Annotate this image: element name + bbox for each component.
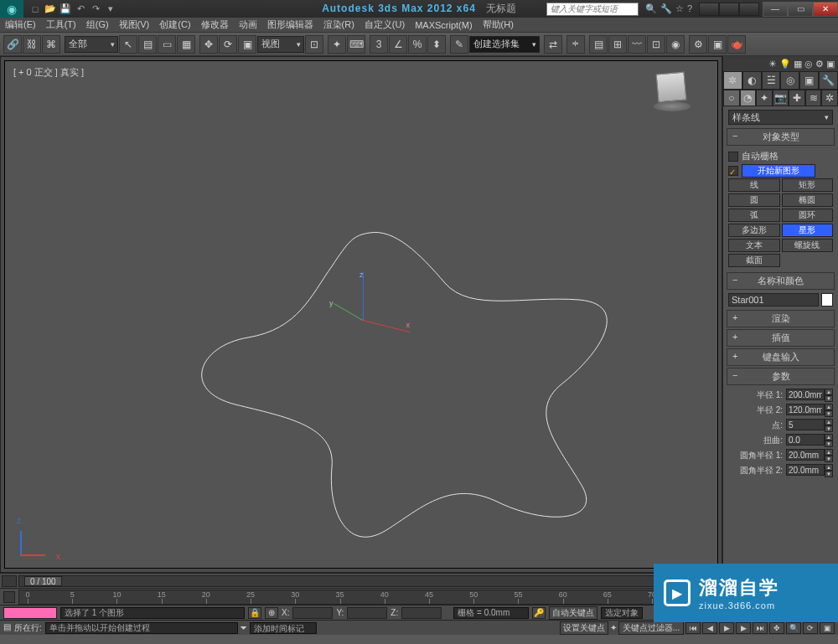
play-end-icon[interactable]: ⏭ — [753, 622, 768, 634]
qat-undo-icon[interactable]: ↶ — [74, 3, 87, 16]
key-selection[interactable]: 选定对象 — [601, 607, 643, 619]
nav-pan-icon[interactable]: ✥ — [769, 622, 784, 634]
angle-snap-icon[interactable]: ∠ — [389, 35, 407, 54]
menu-tools[interactable]: 工具(T) — [41, 18, 81, 31]
points-up[interactable]: ▲ — [825, 419, 833, 425]
nav-zoom-icon[interactable]: 🔍 — [786, 622, 801, 634]
material-editor-icon[interactable]: ◉ — [666, 35, 685, 54]
cat-geometry-icon[interactable]: ○ — [723, 90, 740, 106]
help-search-input[interactable] — [546, 3, 639, 16]
communicate-icon[interactable]: ☆ — [675, 3, 684, 14]
menu-group[interactable]: 组(G) — [81, 18, 114, 31]
mini-listener-macro[interactable] — [3, 607, 57, 619]
spinner-snap-icon[interactable]: ⬍ — [427, 35, 446, 54]
link-icon[interactable]: 🔗 — [3, 35, 22, 54]
object-color-swatch[interactable] — [821, 293, 833, 307]
points-input[interactable] — [786, 419, 825, 430]
render-icon[interactable]: 🫖 — [727, 35, 746, 54]
ref-coord-combo[interactable]: 视图 — [257, 36, 304, 53]
tab-hierarchy[interactable]: ☱ — [762, 71, 781, 90]
time-prev-button[interactable] — [2, 575, 17, 587]
menu-maxscript[interactable]: MAXScript(M) — [410, 20, 477, 30]
btn-arc[interactable]: 弧 — [728, 209, 780, 222]
object-name-input[interactable] — [728, 293, 819, 307]
qat-more-icon[interactable]: ▾ — [104, 3, 117, 16]
script-toggle-icon[interactable]: ▤ — [3, 622, 11, 634]
cat-spacewarps-icon[interactable]: ≋ — [805, 90, 822, 106]
viewport[interactable]: [ + 0 正交 ] 真实 ] zxy zx — [4, 60, 718, 569]
time-handle[interactable]: 0 / 100 — [24, 576, 62, 586]
curve-editor-icon[interactable]: 〰 — [628, 35, 646, 54]
start-new-checkbox[interactable] — [728, 166, 738, 176]
viewport-label[interactable]: [ + 0 正交 ] 真实 ] — [13, 66, 84, 79]
cat-helpers-icon[interactable]: ✚ — [789, 90, 805, 106]
lock-selection-icon[interactable]: 🔒 — [248, 607, 261, 619]
tool-icon[interactable]: 🔧 — [660, 3, 672, 14]
tab-modify[interactable]: ◐ — [742, 71, 762, 90]
fillet1-up[interactable]: ▲ — [825, 449, 833, 456]
z-coord-input[interactable] — [401, 607, 442, 619]
pivot-icon[interactable]: ⊡ — [305, 35, 323, 54]
unlink-icon[interactable]: ⛓ — [23, 35, 41, 54]
cat-shapes-icon[interactable]: ◔ — [740, 90, 757, 106]
mdi-max-button[interactable] — [719, 3, 739, 16]
search-icon[interactable]: 🔍 — [645, 3, 657, 14]
named-selection-combo[interactable]: 创建选择集 — [469, 36, 540, 53]
star-shape[interactable] — [135, 220, 613, 547]
window-minimize-button[interactable]: — — [763, 2, 788, 17]
layers-icon[interactable]: ▤ — [589, 35, 608, 54]
rotate-icon[interactable]: ⟳ — [219, 35, 237, 54]
edit-named-sel-icon[interactable]: ✎ — [450, 35, 468, 54]
rollout-parameters[interactable]: 参数 — [727, 368, 835, 385]
menu-help[interactable]: 帮助(H) — [478, 18, 519, 31]
btn-donut[interactable]: 圆环 — [782, 209, 834, 222]
align-icon[interactable]: ⫩ — [566, 35, 585, 54]
menu-animation[interactable]: 动画 — [234, 18, 262, 31]
bind-icon[interactable]: ⌘ — [42, 35, 60, 54]
select-icon[interactable]: ↖ — [119, 35, 137, 54]
scale-icon[interactable]: ▣ — [238, 35, 256, 54]
qat-redo-icon[interactable]: ↷ — [89, 3, 102, 16]
window-crossing-icon[interactable]: ▦ — [177, 35, 195, 54]
fillet2-input[interactable] — [786, 464, 825, 476]
tool1-icon[interactable]: ▦ — [794, 59, 802, 70]
btn-circle[interactable]: 圆 — [728, 193, 780, 207]
radius2-up[interactable]: ▲ — [825, 404, 833, 410]
select-manipulate-icon[interactable]: ✦ — [328, 35, 346, 54]
btn-ellipse[interactable]: 椭圆 — [782, 193, 834, 207]
render-frame-icon[interactable]: ▣ — [708, 35, 727, 54]
snap-toggle-icon[interactable]: 3 — [370, 35, 388, 54]
key-filters-button[interactable]: 关键点过滤器... — [618, 621, 684, 635]
tab-utilities[interactable]: 🔧 — [819, 71, 838, 90]
schematic-icon[interactable]: ⊡ — [647, 35, 665, 54]
tab-display[interactable]: ▣ — [799, 71, 819, 90]
x-coord-input[interactable] — [292, 607, 333, 619]
y-coord-input[interactable] — [347, 607, 387, 619]
tool2-icon[interactable]: ◎ — [804, 59, 813, 70]
tab-motion[interactable]: ◎ — [780, 71, 799, 90]
fillet1-input[interactable] — [786, 449, 825, 461]
rect-select-icon[interactable]: ▭ — [158, 35, 176, 54]
radius1-down[interactable]: ▼ — [825, 395, 833, 402]
rollout-interpolation[interactable]: 插值 — [727, 329, 835, 347]
rollout-render[interactable]: 渲染 — [727, 310, 835, 327]
points-down[interactable]: ▼ — [825, 425, 833, 432]
help-icon[interactable]: ? — [687, 3, 692, 14]
coord-display-icon[interactable]: ⊕ — [265, 607, 278, 619]
radius2-input[interactable] — [786, 404, 825, 415]
btn-line[interactable]: 线 — [728, 178, 780, 192]
transform-gizmo[interactable]: zxy — [338, 270, 405, 337]
lamp-icon[interactable]: 💡 — [779, 59, 791, 70]
autogrid-checkbox[interactable] — [728, 152, 738, 162]
menu-views[interactable]: 视图(V) — [114, 18, 155, 31]
cat-cameras-icon[interactable]: 📷 — [773, 90, 789, 106]
btn-ngon[interactable]: 多边形 — [728, 224, 780, 237]
menu-customize[interactable]: 自定义(U) — [360, 18, 410, 31]
fillet1-down[interactable]: ▼ — [825, 456, 833, 462]
time-track[interactable]: 0 / 100 — [18, 575, 696, 587]
play-icon[interactable]: ▶ — [719, 622, 734, 634]
tool3-icon[interactable]: ⚙ — [815, 59, 824, 70]
percent-snap-icon[interactable]: % — [408, 35, 427, 54]
btn-star[interactable]: 星形 — [782, 224, 834, 237]
tool4-icon[interactable]: ▣ — [826, 59, 835, 70]
